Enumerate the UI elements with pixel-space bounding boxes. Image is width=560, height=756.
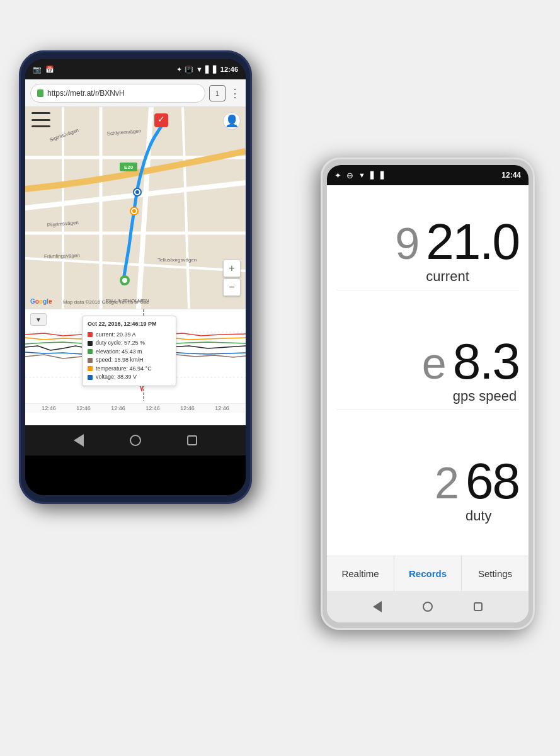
gps-recents-square (474, 602, 483, 611)
screenshot-icon: 📷 (33, 66, 42, 74)
tab-settings[interactable]: Settings (462, 556, 529, 591)
nav-home-button[interactable] (127, 432, 144, 449)
tooltip-row-temperature: temperature: 46.94 °C (88, 365, 171, 374)
signal-icon: ▋ (205, 66, 210, 74)
gps-partial-2: 2 (435, 461, 459, 505)
svg-point-16 (132, 209, 136, 213)
gps-tabs: Realtime Records Settings (327, 556, 529, 591)
current-dot (88, 332, 93, 337)
gps-metric-current: 9 21.0 current (336, 212, 519, 290)
elevation-label: elevation: 45.43 m (96, 348, 142, 357)
gps-current-label: current (426, 268, 519, 285)
wifi-icon: ▼ (196, 66, 203, 73)
gps-duty-label: duty (466, 508, 519, 524)
statusbar-icons-right: ✦ 📳 ▼ ▋ ▋ 12:46 (176, 66, 238, 74)
tooltip-row-voltage: voltage: 38.39 V (88, 373, 171, 382)
battery-icon: ▋ (213, 66, 218, 74)
tooltip-row-speed: speed: 15.98 km/H (88, 356, 171, 365)
android-phone-inner: 📷 📅 ✦ 📳 ▼ ▋ ▋ 12:46 https://metr.at/r/BX… (25, 59, 246, 495)
url-bar[interactable]: https://metr.at/r/BXNvH (30, 84, 205, 103)
map-zoom-in-button[interactable]: + (223, 260, 241, 277)
gps-metric-speed: e 8.3 gps speed (336, 331, 519, 410)
map-container[interactable]: E20 ✓ (25, 107, 246, 309)
chart-container[interactable]: ▼ (25, 309, 246, 425)
vibrate-icon: 📳 (185, 66, 193, 74)
gps-partial-e: e (422, 341, 447, 386)
android-statusbar: 📷 📅 ✦ 📳 ▼ ▋ ▋ 12:46 (25, 59, 246, 79)
current-label: current: 20.39 A (96, 331, 136, 340)
svg-text:E20: E20 (124, 164, 134, 170)
gps-signal-icon: ▋ (370, 171, 375, 180)
svg-text:Tellusborgsvägen: Tellusborgsvägen (157, 257, 197, 263)
url-text: https://metr.at/r/BXNvH (47, 89, 125, 98)
gps-partial-9: 9 (395, 222, 420, 266)
gps-duty-value: 68 (466, 456, 519, 507)
voltage-dot (88, 375, 93, 380)
speed-dot (88, 358, 93, 363)
tooltip-row-elevation: elevation: 45.43 m (88, 348, 171, 357)
map-hamburger-button[interactable] (31, 112, 50, 127)
chart-dropdown-button[interactable]: ▼ (30, 313, 47, 326)
time-label-3: 12:46 (111, 405, 125, 411)
speed-label: speed: 15.98 km/H (96, 356, 144, 365)
temperature-dot (88, 366, 93, 371)
android-navbar (25, 425, 246, 455)
nav-recents-button[interactable] (183, 432, 201, 449)
nav-back-button[interactable] (70, 432, 88, 449)
bluetooth-icon: ✦ (176, 66, 182, 74)
chart-time-labels: 12:46 12:46 12:46 12:46 12:46 12:46 (25, 403, 246, 413)
scene: 📷 📅 ✦ 📳 ▼ ▋ ▋ 12:46 https://metr.at/r/BX… (0, 0, 560, 756)
elevation-dot (88, 349, 93, 354)
gps-current-value: 21.0 (426, 217, 519, 267)
map-credit: Map data ©2016 Google Terms of Use (63, 299, 149, 305)
map-streetview-button[interactable]: 👤 (223, 112, 241, 130)
tooltip-row-duty: duty cycle: 57.25 % (88, 339, 171, 348)
gps-home-circle (423, 602, 433, 612)
tab-count-button[interactable]: 1 (209, 85, 226, 101)
gps-navbar (327, 591, 529, 622)
gps-wifi-icon: ▼ (358, 171, 365, 179)
gps-speed-label: gps speed (453, 388, 519, 404)
svg-text:✓: ✓ (157, 114, 165, 124)
calendar-icon: 📅 (45, 66, 54, 74)
map-zoom-out-button[interactable]: − (223, 278, 241, 296)
gps-bluetooth-icon: ✦ (334, 171, 341, 180)
map-background: E20 ✓ (25, 107, 246, 309)
home-circle (130, 435, 141, 446)
google-logo: Google (30, 298, 52, 305)
gps-battery-icon: ▋ (380, 171, 386, 180)
time-label-1: 12:46 (42, 405, 56, 411)
time-label-5: 12:46 (180, 405, 195, 411)
gps-device-inner: ✦ ⊖ ▼ ▋ ▋ 12:44 9 21.0 (327, 165, 529, 622)
gps-nav-home-button[interactable] (419, 598, 437, 616)
chart-tooltip: Oct 22, 2016, 12:46:19 PM current: 20.39… (82, 316, 176, 386)
gps-nav-recents-button[interactable] (469, 598, 487, 616)
svg-point-18 (135, 190, 139, 194)
tooltip-title: Oct 22, 2016, 12:46:19 PM (88, 320, 171, 329)
svg-point-12 (122, 278, 127, 283)
gps-main-content: 9 21.0 current e 8.3 gps speed (327, 185, 529, 556)
chrome-menu-button[interactable]: ⋮ (229, 86, 241, 100)
gps-metric-duty: 2 68 duty (336, 451, 519, 529)
tooltip-row-current: current: 20.39 A (88, 331, 171, 340)
tab-realtime[interactable]: Realtime (327, 556, 394, 591)
gps-speed-value: 8.3 (453, 336, 519, 387)
time-label-6: 12:46 (215, 405, 229, 411)
duty-dot (88, 341, 93, 346)
lock-icon (37, 89, 43, 97)
android-phone: 📷 📅 ✦ 📳 ▼ ▋ ▋ 12:46 https://metr.at/r/BX… (19, 50, 252, 504)
map-svg: E20 ✓ (25, 107, 246, 309)
chrome-bar: https://metr.at/r/BXNvH 1 ⋮ (25, 79, 246, 107)
gps-statusbar-icons-left: ✦ ⊖ ▼ ▋ ▋ (334, 171, 386, 180)
gps-device: ✦ ⊖ ▼ ▋ ▋ 12:44 9 21.0 (321, 158, 535, 630)
gps-statusbar: ✦ ⊖ ▼ ▋ ▋ 12:44 (327, 165, 529, 185)
time-label-2: 12:46 (76, 405, 91, 411)
gps-nav-back-button[interactable] (369, 598, 386, 616)
back-triangle (74, 434, 84, 447)
clock: 12:46 (220, 66, 238, 73)
gps-clock: 12:44 (501, 171, 521, 180)
gps-back-triangle (373, 601, 382, 612)
voltage-label: voltage: 38.39 V (96, 373, 137, 382)
statusbar-icons-left: 📷 📅 (33, 66, 54, 74)
tab-records[interactable]: Records (394, 556, 462, 591)
